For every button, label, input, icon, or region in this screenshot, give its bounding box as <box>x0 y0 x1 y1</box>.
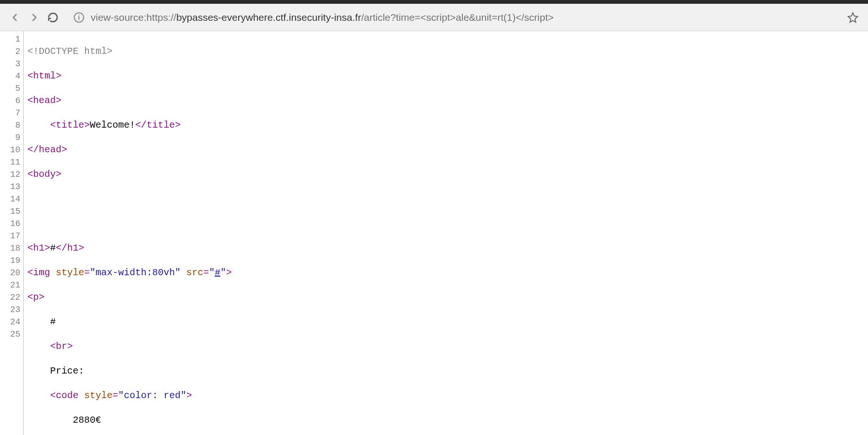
address-bar[interactable]: i view-source:https://bypasses-everywher… <box>66 8 840 27</box>
line-number: 10 <box>0 144 23 156</box>
line-number: 14 <box>0 193 23 205</box>
line-number: 16 <box>0 218 23 230</box>
line-number: 13 <box>0 181 23 193</box>
line-number: 11 <box>0 156 23 168</box>
window-frame-top <box>0 0 868 4</box>
line-number: 12 <box>0 168 23 181</box>
line-number: 1 <box>0 33 23 45</box>
line-number: 3 <box>0 58 23 70</box>
line-number: 9 <box>0 131 23 144</box>
forward-button[interactable] <box>25 8 43 27</box>
line-number: 8 <box>0 119 23 131</box>
line-number: 6 <box>0 95 23 107</box>
source-view: 1234567891011121314151617181920212223242… <box>0 31 868 435</box>
browser-toolbar: i view-source:https://bypasses-everywher… <box>0 4 868 31</box>
back-button[interactable] <box>6 8 25 27</box>
line-number-gutter: 1234567891011121314151617181920212223242… <box>0 31 24 435</box>
line-number: 24 <box>0 316 23 328</box>
line-number: 20 <box>0 267 23 279</box>
line-number: 4 <box>0 70 23 82</box>
line-number: 18 <box>0 242 23 254</box>
line-number: 25 <box>0 328 23 340</box>
line-number: 19 <box>0 254 23 267</box>
line-number: 7 <box>0 107 23 119</box>
url-text: view-source:https://bypasses-everywhere.… <box>91 12 554 23</box>
bookmark-button[interactable] <box>843 8 862 27</box>
reload-button[interactable] <box>43 8 62 27</box>
line-number: 21 <box>0 279 23 291</box>
line-number: 15 <box>0 205 23 218</box>
site-info-icon[interactable]: i <box>74 12 84 23</box>
line-number: 5 <box>0 82 23 95</box>
line-number: 2 <box>0 45 23 58</box>
line-number: 22 <box>0 291 23 304</box>
source-code[interactable]: <!DOCTYPE html> <html> <head> <title>Wel… <box>24 31 868 435</box>
line-number: 23 <box>0 304 23 316</box>
line-number: 17 <box>0 230 23 242</box>
